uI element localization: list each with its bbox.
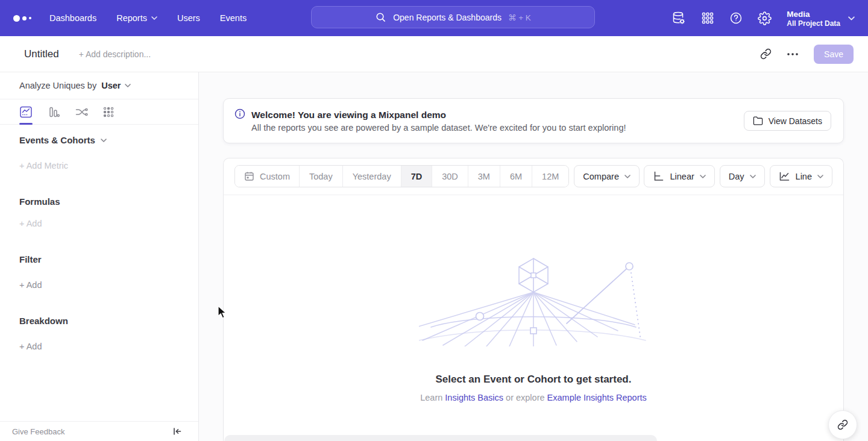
- collapse-left-icon: [172, 427, 182, 436]
- range-30d[interactable]: 30D: [432, 166, 468, 187]
- interval-dropdown[interactable]: Day: [720, 165, 765, 187]
- chevron-down-icon: [700, 175, 706, 178]
- global-search-input[interactable]: Open Reports & Dashboards ⌘ + K: [311, 6, 595, 28]
- scale-dropdown[interactable]: Linear: [644, 165, 714, 187]
- search-shortcut-hint: ⌘ + K: [508, 13, 531, 22]
- empty-state-illustration: [419, 256, 648, 346]
- welcome-banner: Welcome! You are viewing a Mixpanel demo…: [223, 98, 844, 143]
- nav-item-users[interactable]: Users: [177, 13, 200, 23]
- main-content: Welcome! You are viewing a Mixpanel demo…: [199, 72, 868, 441]
- add-filter-button[interactable]: + Add: [19, 280, 42, 290]
- help-button[interactable]: [729, 11, 743, 25]
- share-link-floating-button[interactable]: [828, 410, 857, 439]
- range-3m[interactable]: 3M: [468, 166, 500, 187]
- add-formula-button[interactable]: + Add: [19, 219, 42, 228]
- link-icon: [837, 419, 848, 430]
- example-insights-reports-link[interactable]: Example Insights Reports: [547, 393, 647, 402]
- database-gear-icon: [671, 11, 686, 25]
- top-nav-actions: Media All Project Data: [671, 0, 855, 36]
- section-formulas: Formulas: [19, 197, 179, 207]
- info-icon: [234, 108, 245, 119]
- banner-title: Welcome! You are viewing a Mixpanel demo: [251, 110, 626, 120]
- range-6m[interactable]: 6M: [500, 166, 532, 187]
- query-builder-sidebar: Analyze Uniques by User: [0, 72, 199, 441]
- folder-icon: [753, 116, 763, 126]
- tab-insights[interactable]: [19, 99, 33, 124]
- tab-bar-chart[interactable]: [47, 99, 60, 124]
- line-chart-tab-icon: [19, 105, 33, 119]
- search-placeholder: Open Reports & Dashboards: [393, 13, 502, 22]
- chevron-down-icon: [817, 175, 823, 178]
- chart-controls: Linear Day Line: [644, 165, 832, 187]
- chevron-down-icon: [848, 16, 855, 20]
- range-7d[interactable]: 7D: [401, 166, 432, 187]
- help-icon: [729, 11, 743, 25]
- flows-tab-icon: [75, 105, 88, 119]
- range-today[interactable]: Today: [299, 166, 342, 187]
- section-filter: Filter: [19, 255, 179, 264]
- bottom-panel-edge: [224, 435, 657, 441]
- report-header: Untitled + Add description... Save: [0, 36, 868, 72]
- range-yesterday[interactable]: Yesterday: [342, 166, 401, 187]
- give-feedback-button[interactable]: Give Feedback: [12, 427, 64, 436]
- settings-button[interactable]: [758, 11, 772, 25]
- view-datasets-button[interactable]: View Datasets: [744, 111, 831, 131]
- chevron-down-icon: [750, 175, 756, 178]
- project-selector[interactable]: Media All Project Data: [787, 9, 855, 28]
- report-header-actions: Save: [760, 45, 854, 64]
- section-breakdown: Breakdown: [19, 316, 179, 326]
- chevron-down-icon: [125, 84, 131, 87]
- sidebar-sections: Events & Cohorts + Add Metric Formulas +…: [0, 125, 198, 351]
- nav-item-events[interactable]: Events: [220, 13, 247, 23]
- retention-dots-tab-icon: [102, 106, 115, 118]
- report-toolbar: Custom Today Yesterday 7D 30D 3M 6M 12M …: [224, 158, 843, 195]
- collapse-sidebar-button[interactable]: [172, 427, 182, 436]
- date-range-segmented-control: Custom Today Yesterday 7D 30D 3M 6M 12M: [234, 165, 569, 187]
- empty-state: Select an Event or Cohort to get started…: [224, 195, 843, 402]
- analyze-label: Analyze Uniques by: [19, 81, 96, 90]
- metric-type-tabs: [0, 99, 198, 125]
- bar-chart-tab-icon: [47, 105, 60, 119]
- line-chart-icon: [779, 170, 790, 182]
- chart-type-dropdown[interactable]: Line: [770, 165, 832, 187]
- empty-state-heading: Select an Event or Cohort to get started…: [224, 374, 843, 386]
- more-options-button[interactable]: [787, 53, 798, 55]
- sidebar-footer: Give Feedback: [0, 421, 198, 441]
- link-icon: [760, 48, 772, 60]
- mixpanel-logo-icon[interactable]: [13, 15, 31, 22]
- tab-retention[interactable]: [102, 99, 115, 124]
- search-icon: [375, 11, 386, 23]
- save-button[interactable]: Save: [814, 45, 854, 64]
- data-management-button[interactable]: [671, 11, 686, 25]
- report-description-placeholder[interactable]: + Add description...: [79, 49, 151, 59]
- top-navigation: Dashboards Reports Users Events Open Rep…: [0, 0, 868, 36]
- banner-subtitle: All the reports you see are powered by a…: [251, 123, 626, 133]
- range-12m[interactable]: 12M: [532, 166, 568, 187]
- tab-flows[interactable]: [75, 99, 88, 124]
- apps-grid-button[interactable]: [701, 11, 714, 25]
- chevron-down-icon: [151, 16, 157, 20]
- project-scope: All Project Data: [787, 19, 840, 28]
- chevron-down-icon: [624, 175, 631, 178]
- gear-icon: [758, 11, 772, 25]
- linear-axis-icon: [653, 170, 664, 182]
- copy-link-button[interactable]: [760, 48, 772, 60]
- add-breakdown-button[interactable]: + Add: [19, 342, 42, 351]
- nav-item-dashboards[interactable]: Dashboards: [49, 13, 96, 23]
- calendar-icon: [244, 171, 254, 181]
- report-card: Custom Today Yesterday 7D 30D 3M 6M 12M …: [223, 158, 844, 441]
- range-custom[interactable]: Custom: [235, 166, 299, 187]
- report-title[interactable]: Untitled: [24, 48, 59, 60]
- compare-dropdown[interactable]: Compare: [574, 165, 640, 187]
- nav-item-reports[interactable]: Reports: [116, 13, 157, 23]
- analyze-by-dropdown[interactable]: User: [101, 81, 131, 90]
- primary-nav: Dashboards Reports Users Events: [49, 13, 247, 23]
- project-name: Media: [787, 9, 840, 19]
- apps-grid-icon: [701, 11, 714, 25]
- ellipsis-icon: [787, 53, 798, 55]
- insights-basics-link[interactable]: Insights Basics: [445, 393, 503, 402]
- chevron-down-icon: [101, 139, 107, 142]
- empty-state-links: Learn Insights Basics or explore Example…: [224, 393, 843, 402]
- add-metric-button[interactable]: + Add Metric: [19, 161, 68, 170]
- section-events-cohorts[interactable]: Events & Cohorts: [19, 136, 179, 145]
